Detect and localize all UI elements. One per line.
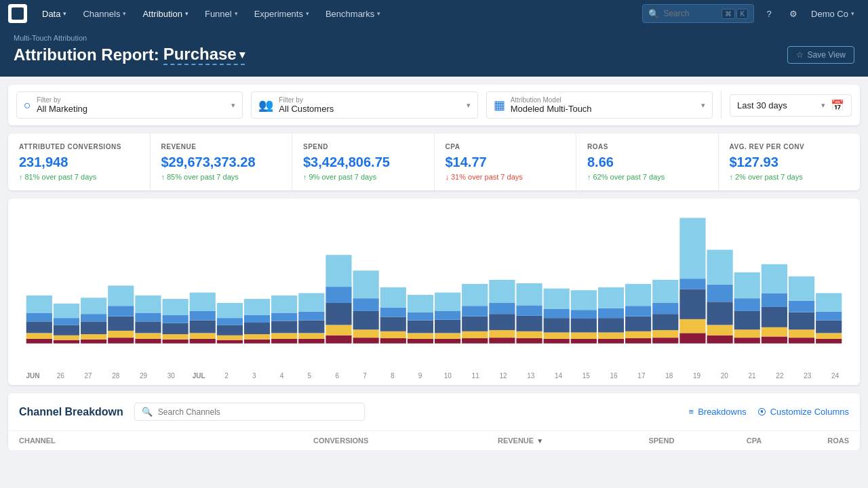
- svg-rect-140: [789, 338, 814, 344]
- filter-customers[interactable]: 👥 Filter by All Customers ▾: [251, 92, 477, 119]
- chart-label: JUL: [185, 372, 213, 380]
- svg-rect-2: [26, 321, 52, 333]
- chart-label: 10: [434, 372, 462, 380]
- sort-icon: ▼: [536, 437, 543, 445]
- filter-marketing[interactable]: ○ Filter by All Marketing ▾: [16, 92, 243, 119]
- svg-rect-120: [679, 333, 705, 343]
- svg-rect-50: [298, 339, 324, 344]
- help-button[interactable]: ?: [760, 4, 778, 23]
- chart-label: 19: [683, 372, 711, 380]
- svg-rect-5: [54, 340, 79, 344]
- svg-rect-54: [298, 293, 324, 311]
- chart-label: 9: [406, 372, 434, 380]
- chart-label: 26: [47, 372, 75, 380]
- calendar-icon: 📅: [831, 99, 844, 112]
- nav-data[interactable]: Data ▾: [35, 0, 73, 27]
- svg-rect-137: [762, 307, 787, 327]
- nav-benchmarks[interactable]: Benchmarks ▾: [319, 0, 387, 27]
- chart-label: 29: [130, 372, 157, 380]
- svg-rect-45: [271, 339, 297, 344]
- metric-change: ↑ 81% over past 7 days: [19, 173, 139, 181]
- nav-attribution[interactable]: Attribution ▾: [136, 0, 195, 27]
- svg-rect-136: [762, 327, 787, 337]
- svg-rect-20: [135, 339, 161, 344]
- metric-value: $29,673,373.28: [161, 155, 281, 170]
- metric-change: ↑ 9% over past 7 days: [303, 173, 423, 181]
- chart-label: 24: [821, 372, 849, 380]
- metric-card: Spend $3,424,806.75 ↑ 9% over past 7 day…: [292, 134, 435, 190]
- svg-rect-81: [462, 331, 488, 338]
- user-menu[interactable]: Demo Co ▾: [806, 9, 860, 19]
- svg-rect-57: [326, 303, 351, 325]
- date-range-picker[interactable]: Last 30 days ▾ 📅: [730, 94, 852, 117]
- svg-rect-111: [625, 331, 651, 338]
- arrow-up-icon: ↑: [730, 173, 734, 181]
- svg-rect-122: [679, 289, 705, 319]
- svg-rect-66: [380, 331, 406, 338]
- chart-label: 6: [323, 372, 351, 380]
- col-header-revenue[interactable]: Revenue ▼: [368, 436, 543, 445]
- channel-actions: ≡ Breakdowns ⦿ Customize Columns: [689, 407, 849, 417]
- metrics-row: Attributed Conversions 231,948 ↑ 81% ove…: [8, 134, 860, 190]
- chart-label: 14: [545, 372, 572, 380]
- svg-rect-35: [217, 340, 243, 344]
- svg-rect-118: [652, 303, 678, 314]
- svg-rect-123: [679, 279, 705, 289]
- svg-rect-73: [408, 312, 433, 321]
- svg-rect-117: [652, 314, 678, 330]
- metric-card: ROAS 8.66 ↑ 62% over past 7 days: [576, 134, 719, 190]
- filter-attribution-model[interactable]: ▦ Attribution Model Modeled Multi-Touch …: [486, 92, 713, 119]
- metric-label: Avg. Rev Per Conv: [730, 143, 850, 150]
- svg-rect-77: [435, 320, 460, 333]
- nav-experiments[interactable]: Experiments ▾: [248, 0, 316, 27]
- svg-rect-113: [625, 306, 651, 316]
- svg-rect-133: [734, 298, 760, 311]
- svg-rect-141: [789, 329, 814, 338]
- save-view-button[interactable]: ☆ Save View: [787, 46, 854, 64]
- channel-search-input[interactable]: [158, 407, 357, 417]
- col-header-cpa[interactable]: CPA: [674, 436, 762, 445]
- svg-rect-115: [652, 338, 678, 344]
- chevron-down-icon: ▾: [239, 48, 245, 61]
- chart-label: 11: [462, 372, 490, 380]
- svg-rect-74: [408, 295, 433, 312]
- col-header-roas[interactable]: ROAS: [762, 436, 849, 445]
- chart-label: 8: [378, 372, 406, 380]
- chevron-down-icon: ▾: [467, 101, 471, 110]
- svg-rect-56: [326, 325, 351, 335]
- svg-rect-63: [353, 298, 379, 311]
- col-header-conversions[interactable]: Conversions: [237, 436, 368, 445]
- svg-rect-68: [380, 308, 406, 317]
- nav-channels[interactable]: Channels ▾: [76, 0, 133, 27]
- metric-card: Avg. Rev Per Conv $127.93 ↑ 2% over past…: [719, 134, 861, 190]
- svg-rect-94: [516, 283, 542, 305]
- nav-funnel[interactable]: Funnel ▾: [198, 0, 245, 27]
- svg-rect-38: [217, 318, 243, 325]
- svg-rect-64: [353, 270, 379, 298]
- svg-rect-32: [190, 321, 216, 333]
- customize-columns-button[interactable]: ⦿ Customize Columns: [757, 407, 849, 417]
- svg-rect-36: [217, 336, 243, 340]
- chart-label: JUN: [19, 372, 47, 380]
- chart-label: 18: [655, 372, 683, 380]
- svg-rect-138: [762, 293, 787, 306]
- metric-card: CPA $14.77 ↓ 31% over past 7 days: [435, 134, 577, 190]
- chart-label: 21: [738, 372, 766, 380]
- chart-label: 20: [711, 372, 738, 380]
- breakdowns-button[interactable]: ≡ Breakdowns: [689, 407, 747, 417]
- search-box[interactable]: 🔍 ⌘ K: [642, 4, 754, 23]
- settings-button[interactable]: ⚙: [784, 4, 803, 23]
- report-type-selector[interactable]: Purchase ▾: [163, 45, 245, 65]
- channel-header: Channel Breakdown 🔍 ≡ Breakdowns ⦿ Custo…: [8, 393, 860, 431]
- metric-label: Revenue: [161, 143, 281, 150]
- channel-search-box[interactable]: 🔍: [134, 403, 365, 421]
- col-header-spend[interactable]: Spend: [543, 436, 674, 445]
- svg-rect-84: [462, 284, 488, 306]
- svg-rect-147: [816, 321, 842, 333]
- search-input[interactable]: [663, 9, 717, 18]
- chart-label: 22: [766, 372, 794, 380]
- svg-rect-11: [81, 334, 106, 340]
- chart-area: [19, 209, 849, 372]
- chevron-down-icon: ▾: [185, 10, 189, 17]
- arrow-up-icon: ↑: [587, 173, 591, 181]
